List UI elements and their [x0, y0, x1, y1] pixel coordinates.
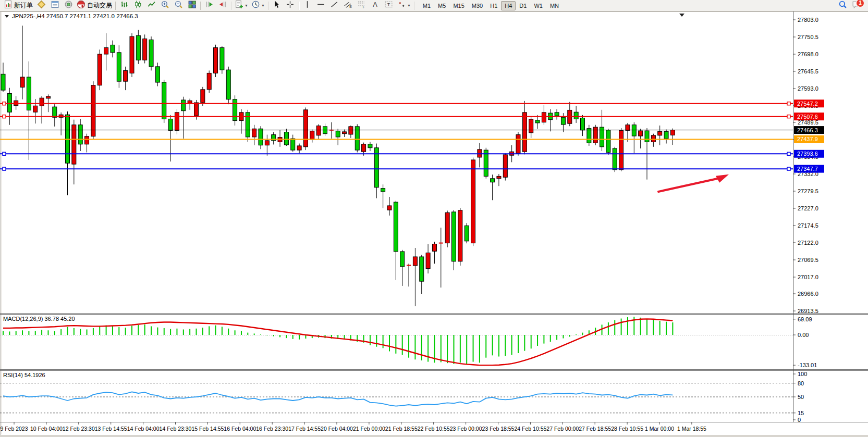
- new-chart-button[interactable]: ▼: [233, 0, 250, 11]
- vertical-line-button[interactable]: [301, 0, 314, 11]
- bars-icon: [120, 0, 129, 11]
- svg-text:27174.5: 27174.5: [798, 222, 818, 229]
- chart-shift-button[interactable]: [216, 0, 229, 11]
- timeframe-h4-button[interactable]: H4: [501, 1, 516, 10]
- fibonacci-button[interactable]: F: [355, 0, 369, 11]
- svg-text:13 Feb 14:55: 13 Feb 14:55: [95, 426, 127, 432]
- svg-text:27466.3: 27466.3: [797, 127, 818, 133]
- svg-text:27750.5: 27750.5: [798, 34, 818, 40]
- chat-button[interactable]: 1: [849, 0, 863, 11]
- timeframe-h1-button[interactable]: H1: [486, 1, 501, 10]
- svg-text:9 Feb 2023: 9 Feb 2023: [0, 426, 28, 432]
- arrows-button[interactable]: ▼: [396, 0, 412, 11]
- chart-canvas[interactable]: 27803.027750.527698.027645.527593.027540…: [0, 11, 868, 437]
- horizontal-line-button[interactable]: [314, 0, 328, 11]
- svg-text:21 Feb 18:55: 21 Feb 18:55: [385, 426, 418, 432]
- signal-icon: [64, 0, 73, 11]
- svg-text:10 Feb 04:00: 10 Feb 04:00: [30, 426, 63, 432]
- tile-windows-button[interactable]: [185, 0, 199, 11]
- toolbar-separator: [266, 2, 270, 10]
- new-order-label: 新订单: [14, 1, 33, 10]
- label-button[interactable]: T: [382, 0, 396, 11]
- chevron-down-icon: ▼: [407, 4, 411, 7]
- timeframe-m30-button[interactable]: M30: [468, 1, 486, 10]
- new-order-button[interactable]: 新订单: [2, 0, 34, 11]
- arrows-icon: [397, 0, 406, 11]
- svg-text:27279.5: 27279.5: [798, 188, 818, 194]
- labelT-icon: T: [384, 0, 393, 11]
- svg-text:27227.0: 27227.0: [798, 205, 818, 211]
- fibo-icon: F: [357, 0, 366, 11]
- new-chart-icon: [235, 0, 243, 11]
- auto-scroll-icon: [205, 0, 214, 11]
- svg-text:27593.0: 27593.0: [798, 85, 818, 92]
- svg-text:15 Feb 14:55: 15 Feb 14:55: [191, 426, 224, 432]
- toolbar-separator: [229, 2, 233, 10]
- indicators-button[interactable]: [34, 0, 48, 11]
- svg-text:27 Feb 00:00: 27 Feb 00:00: [546, 426, 579, 432]
- chart-shift-icon: [218, 0, 227, 11]
- line-icon: [147, 0, 156, 11]
- timeframe-d1-button[interactable]: D1: [516, 1, 530, 10]
- gold-diamond-icon: [37, 0, 46, 11]
- timeframe-toolbar: M1M5M15M30H1H4D1W1MN: [419, 1, 563, 10]
- chart-title: JPN225-,H4 27450.7 27471.1 27421.0 27466…: [5, 13, 138, 19]
- svg-text:21 Feb 00:00: 21 Feb 00:00: [353, 426, 385, 432]
- channel-icon: E: [344, 0, 352, 11]
- hline-icon: [316, 0, 325, 11]
- line-chart-button[interactable]: [144, 0, 158, 11]
- svg-text:100: 100: [798, 371, 807, 377]
- timeframe-m5-button[interactable]: M5: [434, 1, 449, 10]
- toolbar-separator: [412, 2, 416, 10]
- market-watch-button[interactable]: [48, 0, 62, 11]
- svg-text:27803.0: 27803.0: [798, 17, 818, 23]
- svg-text:T: T: [387, 2, 390, 7]
- timeframe-m1-button[interactable]: M1: [419, 1, 434, 10]
- svg-text:27069.5: 27069.5: [798, 257, 818, 263]
- mt4-window: 新订单 自动交易 ▼▼ EFAT▼ M1M5M15M30H1H4D1W1MN 1…: [0, 0, 868, 437]
- crosshair-icon: [286, 0, 295, 11]
- svg-text:27698.0: 27698.0: [798, 51, 818, 57]
- timeframe-mn-button[interactable]: MN: [546, 1, 563, 10]
- chevron-down-icon: ▼: [244, 4, 248, 7]
- trendline-button[interactable]: [328, 0, 341, 11]
- text-button[interactable]: A: [369, 0, 382, 11]
- svg-text:27507.6: 27507.6: [797, 114, 818, 120]
- equidistant-channel-button[interactable]: E: [341, 0, 355, 11]
- zoom-in-icon: [161, 0, 169, 11]
- cursor-button[interactable]: [270, 0, 284, 11]
- svg-text:69.09: 69.09: [798, 316, 812, 322]
- rsi-label: RSI(14) 54.1926: [3, 372, 45, 378]
- crosshair-button[interactable]: [284, 0, 297, 11]
- macd-label: MACD(12,26,9) 36.78 45.20: [3, 316, 75, 322]
- svg-text:27347.7: 27347.7: [797, 166, 818, 172]
- zoom-out-icon: [174, 0, 183, 11]
- svg-text:27122.0: 27122.0: [798, 240, 818, 246]
- timeframe-w1-button[interactable]: W1: [530, 1, 546, 10]
- profiles-button[interactable]: ▼: [250, 0, 266, 11]
- toolbar-right-icons: 1: [836, 0, 863, 11]
- svg-text:20 Feb 04:00: 20 Feb 04:00: [321, 426, 353, 432]
- chart-area: 27803.027750.527698.027645.527593.027540…: [0, 11, 868, 437]
- svg-text:-133.01: -133.01: [798, 362, 817, 368]
- svg-text:27 Feb 18:55: 27 Feb 18:55: [579, 426, 611, 432]
- candlestick-chart-button[interactable]: [131, 0, 144, 11]
- timeframe-m15-button[interactable]: M15: [449, 1, 468, 10]
- signals-button[interactable]: [62, 0, 75, 11]
- autotrade-icon: [77, 0, 85, 11]
- vline-icon: [303, 0, 312, 11]
- search-button[interactable]: [836, 0, 849, 11]
- auto-scroll-button[interactable]: [202, 0, 216, 11]
- svg-text:80: 80: [798, 380, 804, 386]
- chart-title-text: JPN225-,H4 27450.7 27471.1 27421.0 27466…: [12, 13, 138, 19]
- clock-icon: [251, 0, 260, 11]
- cursor-icon: [272, 0, 281, 11]
- toolbar-separator: [297, 2, 301, 10]
- zoom-out-button[interactable]: [172, 0, 185, 11]
- svg-text:27017.0: 27017.0: [798, 274, 818, 280]
- trendline-icon: [330, 0, 339, 11]
- zoom-in-button[interactable]: [158, 0, 172, 11]
- svg-text:24 Feb 10:55: 24 Feb 10:55: [514, 426, 546, 432]
- bar-chart-button[interactable]: [117, 0, 131, 11]
- autotrade-button[interactable]: 自动交易: [75, 0, 114, 11]
